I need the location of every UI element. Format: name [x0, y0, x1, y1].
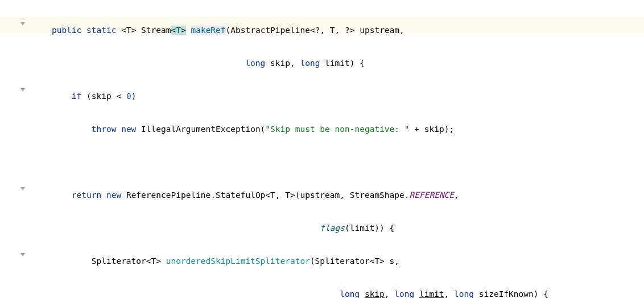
fold-toggle-icon[interactable]: [17, 181, 32, 198]
code-line[interactable]: [0, 148, 644, 165]
code-line[interactable]: long skip, long limit) {: [0, 49, 644, 66]
code-line[interactable]: Spliterator<T> unorderedSkipLimitSpliter…: [0, 247, 644, 264]
fold-toggle-icon[interactable]: [17, 82, 32, 99]
code-line[interactable]: throw new IllegalArgumentException("Skip…: [0, 115, 644, 132]
fold-toggle-icon[interactable]: [17, 16, 32, 33]
fold-toggle-icon[interactable]: [17, 247, 32, 264]
code-line[interactable]: if (skip < 0): [0, 82, 644, 99]
code-line[interactable]: long skip, long limit, long sizeIfKnown)…: [0, 280, 644, 297]
method-name: makeRef: [191, 26, 225, 35]
code-line[interactable]: flags(limit)) {: [0, 214, 644, 231]
code-line[interactable]: public static <T> Stream<T> makeRef(Abst…: [0, 16, 644, 33]
code-editor[interactable]: public static <T> Stream<T> makeRef(Abst…: [0, 0, 644, 298]
code-line[interactable]: return new ReferencePipeline.StatefulOp<…: [0, 181, 644, 198]
